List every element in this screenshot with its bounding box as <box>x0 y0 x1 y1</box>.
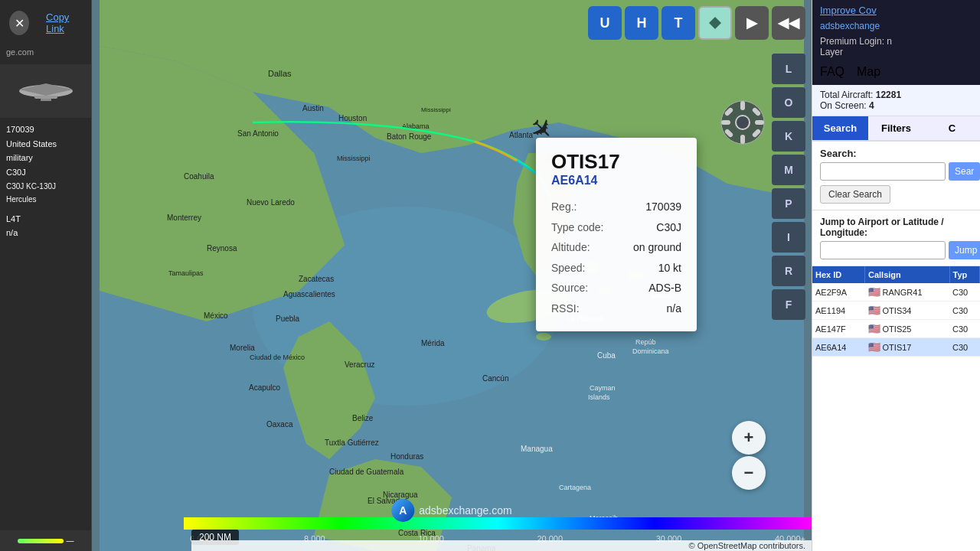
svg-text:Honduras: Honduras <box>390 452 423 461</box>
adsbx-logo-text: adsbexchange.com <box>419 504 511 517</box>
aircraft-thumbnail <box>0 64 91 118</box>
col-type[interactable]: Typ <box>949 266 979 283</box>
svg-point-74 <box>737 116 749 129</box>
cell-hex: AE147F <box>812 320 865 338</box>
svg-text:Aguascalientes: Aguascalientes <box>283 290 335 298</box>
jump-input[interactable] <box>820 241 946 259</box>
tab-c[interactable]: C <box>924 116 980 140</box>
svg-text:Cuba: Cuba <box>597 351 616 360</box>
popup-info: Reg.: Type code: Altitude: Speed: Source… <box>551 197 681 319</box>
side-m-button[interactable]: M <box>772 155 805 185</box>
zoom-out-button[interactable]: − <box>732 456 766 490</box>
side-nav: L O K M P I R F <box>772 54 805 320</box>
table-row[interactable]: AE147F 🇺🇸 OTIS25 C30 <box>812 320 980 338</box>
t-button[interactable]: T <box>662 6 695 40</box>
svg-text:México: México <box>204 311 228 320</box>
cell-callsign: 🇺🇸 RANGR41 <box>865 283 950 302</box>
search-section: Search: Sear Clear Search <box>812 142 980 210</box>
svg-text:Reynosa: Reynosa <box>207 244 237 253</box>
faq-link[interactable]: FAQ <box>820 65 844 79</box>
svg-text:Mississippi: Mississippi <box>421 106 451 113</box>
side-r-button[interactable]: R <box>772 256 805 286</box>
zoom-controls: + − <box>732 421 766 490</box>
svg-rect-69 <box>755 120 764 125</box>
sidebar-url: ge.com <box>0 46 91 58</box>
svg-text:Oaxaca: Oaxaca <box>266 420 293 429</box>
map-area[interactable]: Dallas Austin Houston San Antonio Baton … <box>92 0 812 551</box>
svg-text:Coahuila: Coahuila <box>184 172 214 181</box>
cell-hex: AE1194 <box>812 302 865 320</box>
table-row[interactable]: AE6A14 🇺🇸 OTIS17 C30 <box>812 338 980 357</box>
svg-rect-66 <box>740 101 745 110</box>
stats-row: Total Aircraft: 12281 On Screen: 4 <box>812 85 980 116</box>
close-button[interactable]: ✕ <box>9 11 29 35</box>
svg-text:Cartagena: Cartagena <box>559 484 591 491</box>
side-i-button[interactable]: I <box>772 222 805 253</box>
svg-marker-63 <box>708 16 722 30</box>
cell-hex: AE6A14 <box>812 338 865 357</box>
cell-type: C30 <box>949 320 979 338</box>
cell-callsign: 🇺🇸 OTIS34 <box>865 302 950 320</box>
svg-text:Belize: Belize <box>352 414 374 422</box>
svg-rect-67 <box>740 135 745 144</box>
cell-callsign: 🇺🇸 OTIS17 <box>865 338 950 357</box>
u-button[interactable]: U <box>588 6 622 40</box>
side-k-button[interactable]: K <box>772 121 805 152</box>
svg-text:Zacatecas: Zacatecas <box>299 275 334 283</box>
improve-coverage-link[interactable]: Improve Cov <box>812 0 980 21</box>
layers-button[interactable] <box>698 6 732 40</box>
tab-filters[interactable]: Filters <box>868 116 924 140</box>
side-f-button[interactable]: F <box>772 289 805 320</box>
settings-button[interactable] <box>720 99 766 145</box>
col-hex-id[interactable]: Hex ID <box>812 266 865 283</box>
svg-text:Puebla: Puebla <box>276 315 300 323</box>
cell-callsign: 🇺🇸 OTIS25 <box>865 320 950 338</box>
svg-text:Mérida: Mérida <box>421 339 445 347</box>
sidebar-aircraft-data: 170039 United States military C30J C30J … <box>0 118 91 245</box>
svg-rect-2 <box>34 96 57 99</box>
svg-text:Morelia: Morelia <box>230 344 255 352</box>
side-p-button[interactable]: P <box>772 188 805 219</box>
svg-text:Tamaulipas: Tamaulipas <box>168 269 204 277</box>
svg-text:Dallas: Dallas <box>268 69 292 78</box>
copy-link-button[interactable]: Copy Link <box>40 8 88 37</box>
svg-rect-3 <box>41 99 51 101</box>
clear-search-button[interactable]: Clear Search <box>820 185 890 204</box>
panel-links: FAQ Map <box>812 62 980 85</box>
col-callsign[interactable]: Callsign <box>865 266 950 283</box>
svg-text:Veracruz: Veracruz <box>345 360 374 369</box>
side-l-button[interactable]: L <box>772 54 805 84</box>
cell-type: C30 <box>949 283 979 302</box>
svg-text:Monterrey: Monterrey <box>167 214 201 222</box>
side-o-button[interactable]: O <box>772 87 805 118</box>
zoom-in-button[interactable]: + <box>732 421 766 455</box>
search-button[interactable]: Sear <box>949 162 980 181</box>
svg-text:Baton Rouge: Baton Rouge <box>387 132 432 141</box>
popup-hex: AE6A14 <box>551 174 681 187</box>
jump-button[interactable]: Jump <box>949 241 980 259</box>
table-row[interactable]: AE2F9A 🇺🇸 RANGR41 C30 <box>812 283 980 302</box>
right-panel: Improve Cov adsbexchange Premium Login: … <box>812 0 980 551</box>
search-input[interactable] <box>820 162 946 181</box>
svg-text:Islands: Islands <box>588 393 610 401</box>
svg-text:Managua: Managua <box>521 445 553 453</box>
next-button[interactable]: ▶ <box>735 6 769 40</box>
table-row[interactable]: AE1194 🇺🇸 OTIS34 C30 <box>812 302 980 320</box>
tab-search[interactable]: Search <box>812 116 868 140</box>
prev-button[interactable]: ◀◀ <box>772 6 805 40</box>
jump-row: Jump <box>820 241 972 259</box>
adsbx-logo-icon: A <box>391 499 414 522</box>
svg-text:Tuxtla Gutiérrez: Tuxtla Gutiérrez <box>325 439 379 447</box>
adsbx-logo: A adsbexchange.com <box>391 499 511 522</box>
map-toolbar: U H T ▶ ◀◀ <box>588 6 805 40</box>
svg-rect-68 <box>721 120 730 125</box>
aircraft-table-container: Hex ID Callsign Typ AE2F9A 🇺🇸 RANGR41 C3… <box>812 266 980 551</box>
svg-text:Austin: Austin <box>302 104 324 112</box>
adsbexchange-link[interactable]: adsbexchange <box>812 21 980 33</box>
premium-login-text: Premium Login: n Layer <box>812 33 980 62</box>
map-link[interactable]: Map <box>857 65 880 79</box>
h-button[interactable]: H <box>625 6 658 40</box>
cell-type: C30 <box>949 302 979 320</box>
svg-text:Nuevo Laredo: Nuevo Laredo <box>247 198 295 207</box>
svg-text:Cancún: Cancún <box>482 374 508 383</box>
